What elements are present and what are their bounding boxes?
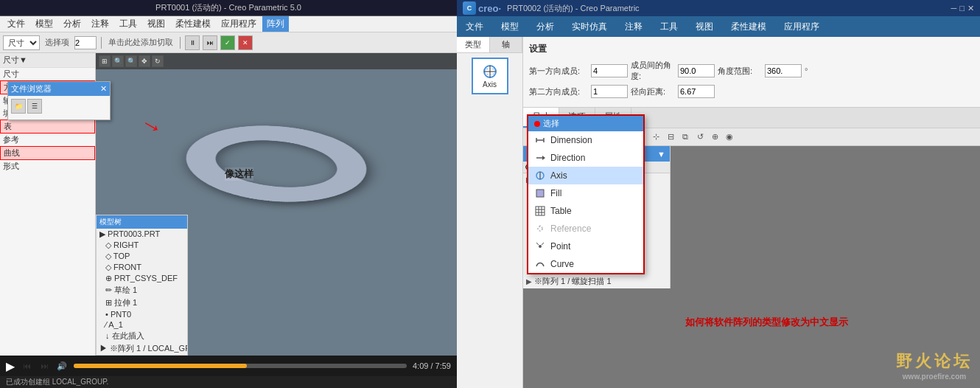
sidebar-label[interactable]: 尺寸▼	[0, 53, 95, 68]
play-button[interactable]: ▶	[6, 359, 15, 373]
left-panel: PRT0001 (活动的) - Creo Parametric 5.0 文件 模…	[0, 0, 457, 388]
menu-file-right[interactable]: 文件	[457, 16, 492, 37]
menu-apps-right[interactable]: 应用程序	[775, 16, 828, 37]
sidebar-reference[interactable]: 参考	[0, 134, 95, 146]
ok-btn[interactable]: ✓	[220, 35, 235, 50]
menu-simulation-right[interactable]: 实时仿真	[563, 16, 616, 37]
tree-item-pnt0[interactable]: • PNT0	[97, 309, 187, 319]
first-dir-input[interactable]	[591, 64, 628, 77]
volume-btn[interactable]: 🔊	[56, 360, 68, 372]
menu-tools-left[interactable]: 工具	[115, 16, 141, 32]
hidden-btn[interactable]: ⊟	[664, 131, 677, 144]
cancel-btn[interactable]: ✕	[238, 35, 253, 50]
tab-type[interactable]: 类型	[457, 37, 490, 52]
menu-model-right[interactable]: 模型	[492, 16, 528, 37]
member-angle-input[interactable]	[678, 64, 715, 77]
menu-model-left[interactable]: 模型	[31, 16, 57, 32]
menu-analysis-left[interactable]: 分析	[59, 16, 85, 32]
sidebar-curve[interactable]: 曲线	[0, 146, 95, 160]
menu-tools-right[interactable]: 工具	[651, 16, 687, 37]
zoom-out-btn[interactable]: 🔍	[125, 55, 137, 67]
menu-file-left[interactable]: 文件	[3, 16, 29, 32]
dropdown-label-direction: Direction	[550, 153, 585, 163]
sidebar-table[interactable]: 表	[0, 119, 95, 134]
type-axis-tabs: 类型 轴	[457, 37, 522, 53]
axis-dropdown-icon	[534, 170, 546, 181]
rotate-btn[interactable]: ↻	[152, 55, 164, 67]
fb-folder-btn[interactable]: 📁	[11, 99, 26, 114]
model-tree-filter[interactable]: ▼	[657, 150, 665, 159]
tree-item-a1[interactable]: ∕ A_1	[97, 319, 187, 330]
zoom-in-btn[interactable]: 🔍	[112, 55, 124, 67]
divider2	[180, 37, 181, 49]
spin-btn[interactable]: ↺	[693, 131, 707, 144]
tree-right-array[interactable]: ▶ ※阵列 1 / 螺旋扫描 1	[523, 274, 670, 288]
file-browser-close[interactable]: ✕	[100, 84, 107, 94]
right-annotation-text: 如何将软件阵列的类型修改为中文显示	[685, 316, 848, 329]
orient-btn[interactable]: ⊕	[708, 131, 721, 144]
wireframe-btn[interactable]: ⊹	[649, 131, 662, 144]
layer-btn[interactable]: ⧉	[679, 131, 692, 144]
tree-item-front[interactable]: ◇ FRONT	[97, 262, 187, 273]
minimize-btn[interactable]: ─	[951, 4, 957, 13]
menu-analysis-right[interactable]: 分析	[528, 16, 563, 37]
dropdown-label-table: Table	[550, 206, 572, 216]
second-dir-input[interactable]	[591, 85, 628, 98]
tree-array-icon: ▶	[526, 277, 532, 285]
fb-list-btn[interactable]: ☰	[27, 99, 42, 114]
step-btn[interactable]: ⏭	[203, 35, 217, 50]
menu-flexible-right[interactable]: 柔性建模	[722, 16, 775, 37]
axis-button[interactable]: Axis	[472, 58, 508, 94]
sidebar-form[interactable]: 形式	[0, 160, 95, 173]
right-title-text: PRT0002 (活动的) - Creo Parametric	[507, 3, 640, 14]
dropdown-direction[interactable]: Direction	[528, 149, 643, 167]
sidebar-dimension[interactable]: 尺寸	[0, 68, 95, 80]
tree-item-array[interactable]: ▶ ※阵列 1 / LOCAL_GROUP	[97, 342, 187, 355]
menu-apps-left[interactable]: 应用程序	[217, 16, 261, 32]
size-select[interactable]: 尺寸▼	[3, 35, 40, 50]
second-dir-label: 第二方向成员:	[529, 86, 588, 97]
left-sidebar: 尺寸▼ 尺寸 方向 轴 填充 表 参考 曲线 形式 文件浏览器 ✕ 📁 ☰	[0, 53, 96, 356]
dropdown-axis[interactable]: Axis	[528, 167, 643, 184]
right-menubar: 文件 模型 分析 实时仿真 注释 工具 视图 柔性建模 应用程序	[457, 16, 980, 37]
tree-item-csys[interactable]: ⊕ PRT_CSYS_DEF	[97, 273, 187, 284]
menu-view-left[interactable]: 视图	[143, 16, 169, 32]
menu-annotation-right[interactable]: 注释	[616, 16, 651, 37]
dropdown-curve[interactable]: Curve	[528, 255, 643, 273]
tree-item-extrude[interactable]: ⊞ 拉伸 1	[97, 297, 187, 309]
tab-axis[interactable]: 轴	[490, 37, 523, 52]
progress-bar[interactable]	[74, 364, 407, 368]
select-red-dot	[534, 121, 540, 127]
menu-annotation-left[interactable]: 注释	[87, 16, 113, 32]
pan-btn[interactable]: ✥	[139, 55, 150, 67]
status-text-left: 已成功创建组 LOCAL_GROUP.	[6, 377, 108, 387]
tree-item-top[interactable]: ◇ TOP	[97, 251, 187, 262]
tree-item-right[interactable]: ◇ RIGHT	[97, 240, 187, 251]
dropdown-label-axis: Axis	[550, 170, 567, 181]
radial-dist-input[interactable]	[678, 85, 715, 98]
tree-item-prt[interactable]: ▶ PRT0003.PRT	[97, 229, 187, 240]
render-btn[interactable]: ◉	[723, 131, 736, 144]
menu-array-left[interactable]: 阵列	[262, 16, 289, 32]
size-input[interactable]	[74, 36, 97, 49]
tree-item-insert[interactable]: ↓ 在此插入	[97, 330, 187, 342]
dropdown-point[interactable]: Point	[528, 238, 643, 255]
menu-flexible-left[interactable]: 柔性建模	[171, 16, 215, 32]
close-btn[interactable]: ✕	[967, 4, 974, 13]
dropdown-label-dimension: Dimension	[550, 135, 592, 145]
dropdown-fill[interactable]: Fill	[528, 184, 643, 202]
maximize-btn[interactable]: □	[959, 4, 965, 13]
dropdown-table[interactable]: Table	[528, 202, 643, 220]
angle-range-input[interactable]	[765, 64, 802, 77]
next-btn[interactable]: ⏭	[38, 360, 50, 372]
prev-btn[interactable]: ⏮	[21, 360, 32, 372]
dropdown-reference[interactable]: Reference	[528, 220, 643, 238]
dropdown-dimension[interactable]: Dimension	[528, 131, 643, 149]
watermark-brand: 野火论坛	[896, 350, 973, 373]
pause-btn[interactable]: ⏸	[185, 35, 200, 50]
menu-view-right[interactable]: 视图	[687, 16, 722, 37]
creo-brand-text: creo·	[478, 3, 501, 14]
settings-title: 设置	[529, 43, 974, 55]
tree-item-sketch1[interactable]: ✏ 草绘 1	[97, 284, 187, 297]
zoom-fit-btn[interactable]: ⊞	[99, 55, 111, 67]
